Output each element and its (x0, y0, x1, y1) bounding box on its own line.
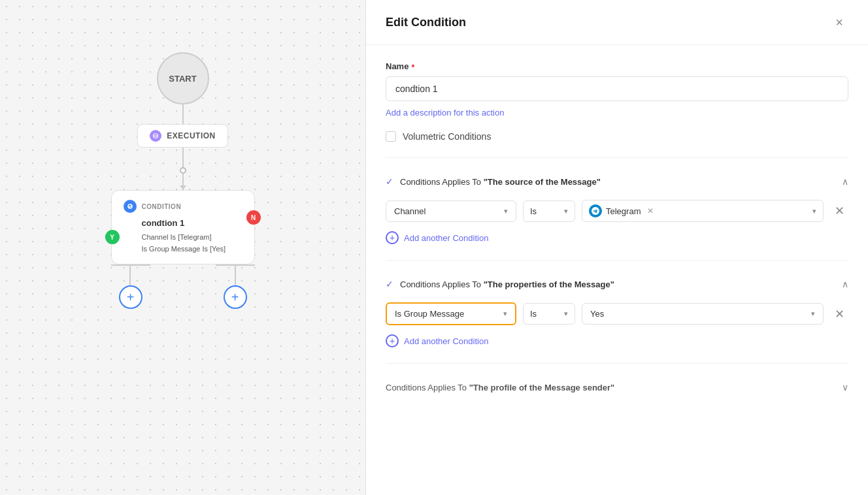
yes-value-text: Yes (590, 309, 604, 319)
telegram-icon (589, 204, 602, 217)
svg-point-4 (128, 204, 132, 208)
section-sender-header[interactable]: Conditions Applies To "The profile of th… (386, 379, 848, 395)
divider-1 (386, 157, 848, 158)
add-branch-right[interactable]: + (224, 285, 247, 309)
condition-name: condtion 1 (142, 218, 242, 228)
section-sender: Conditions Applies To "The profile of th… (386, 379, 848, 395)
group-message-operator-text: Is (530, 309, 537, 319)
name-input[interactable] (386, 76, 848, 101)
branch-n-badge: N (246, 210, 261, 225)
group-message-chevron-icon: ▾ (503, 310, 507, 318)
section-source: ✓ Conditions Applies To "The source of t… (386, 174, 848, 244)
execution-node[interactable]: EXECUTION (137, 124, 228, 148)
condition-rules: Channel Is [Telegram] Is Group Message I… (142, 232, 242, 255)
condition-node-container: Y N CONDITION condtion 1 Chann (111, 190, 255, 264)
start-label: START (169, 74, 196, 84)
yes-value-chevron: ▾ (811, 310, 815, 318)
add-branch-left[interactable]: + (119, 285, 142, 309)
edit-condition-panel: Edit Condition × Name • Add a descriptio… (366, 0, 868, 495)
checkmark-icon-2: ✓ (386, 279, 393, 289)
connector-arrow (182, 174, 184, 190)
panel-body: Name • Add a description for this action… (366, 45, 868, 495)
yes-value-select[interactable]: Yes ▾ (582, 303, 824, 325)
svg-rect-2 (154, 136, 157, 137)
section-source-title: Conditions Applies To "The source of the… (400, 177, 601, 187)
add-condition-button-1[interactable]: + Add another Condition (386, 231, 488, 244)
condition-header: CONDITION (124, 200, 242, 213)
branch-y-badge: Y (105, 230, 120, 244)
channel-select[interactable]: Channel ▾ (386, 200, 516, 222)
required-indicator: • (411, 61, 414, 71)
section-sender-title: Conditions Applies To "The profile of th… (386, 383, 614, 392)
start-node: START (157, 52, 209, 104)
telegram-remove-icon[interactable]: ✕ (644, 206, 656, 216)
add-condition-label-2: Add another Condition (404, 336, 488, 346)
name-form-group: Name • Add a description for this action (386, 61, 848, 118)
section-properties: ✓ Conditions Applies To "The properties … (386, 276, 848, 347)
connector-line-2 (182, 148, 184, 167)
chevron-up-icon-1: ∧ (842, 176, 848, 187)
section-properties-header[interactable]: ✓ Conditions Applies To "The properties … (386, 276, 848, 292)
section-properties-title: Conditions Applies To "The properties of… (400, 279, 614, 289)
panel-title: Edit Condition (386, 16, 466, 29)
remove-group-message-condition-button[interactable]: ✕ (830, 305, 848, 323)
channel-operator-text: Is (530, 206, 537, 216)
svg-rect-1 (154, 134, 157, 135)
checkmark-icon-1: ✓ (386, 176, 393, 187)
name-label: Name • (386, 61, 848, 71)
execution-label: EXECUTION (167, 131, 216, 140)
condition-icon (124, 200, 137, 213)
channel-operator-select[interactable]: Is ▾ (523, 200, 575, 222)
execution-icon (150, 130, 161, 142)
section-source-header[interactable]: ✓ Conditions Applies To "The source of t… (386, 174, 848, 189)
divider-2 (386, 260, 848, 261)
volumetric-checkbox[interactable] (386, 131, 396, 142)
condition-rule-2: Is Group Message Is [Yes] (142, 244, 242, 255)
condition-label: CONDITION (142, 203, 182, 210)
connector-circle (180, 167, 186, 174)
channel-chevron-icon: ▾ (504, 207, 508, 216)
close-button[interactable]: × (830, 13, 848, 31)
add-circle-icon-2: + (386, 334, 399, 347)
condition-row-channel: Channel ▾ Is ▾ Telegram (386, 200, 848, 222)
telegram-name: Telegram (606, 206, 641, 216)
add-condition-button-2[interactable]: + Add another Condition (386, 334, 488, 347)
description-link[interactable]: Add a description for this action (386, 108, 504, 118)
remove-channel-condition-button[interactable]: ✕ (830, 202, 848, 220)
chevron-up-icon-2: ∧ (842, 279, 848, 289)
divider-3 (386, 363, 848, 364)
panel-header: Edit Condition × (366, 0, 868, 45)
channel-select-text: Channel (394, 206, 426, 216)
operator-chevron-icon-1: ▾ (564, 207, 568, 216)
add-condition-label-1: Add another Condition (404, 233, 488, 243)
condition-rule-1: Channel Is [Telegram] (142, 232, 242, 244)
flow-diagram: START EXECUTION Y (0, 0, 366, 495)
add-circle-icon-1: + (386, 231, 399, 244)
operator-chevron-icon-2: ▾ (564, 310, 568, 318)
telegram-tag: Telegram ✕ (589, 204, 812, 217)
connector-line-1 (182, 104, 184, 124)
chevron-down-icon-3: ∨ (842, 382, 848, 392)
group-message-select[interactable]: Is Group Message ▾ (386, 302, 516, 325)
condition-node[interactable]: Y N CONDITION condtion 1 Chann (111, 190, 255, 264)
telegram-value-chevron: ▾ (812, 207, 816, 216)
volumetric-label: Volumetric Conditions (403, 131, 491, 142)
group-message-operator-select[interactable]: Is ▾ (523, 303, 575, 325)
condition-row-group-message: Is Group Message ▾ Is ▾ Yes ▾ ✕ (386, 302, 848, 325)
telegram-value-container: Telegram ✕ ▾ (582, 200, 824, 222)
volumetric-row: Volumetric Conditions (386, 131, 848, 142)
svg-rect-3 (154, 137, 157, 138)
group-message-select-text: Is Group Message (395, 309, 464, 319)
